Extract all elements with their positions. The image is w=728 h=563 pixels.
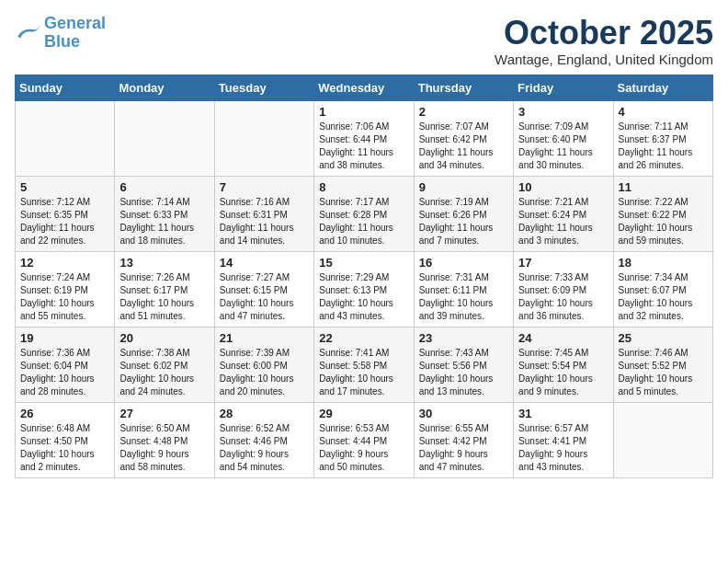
calendar-week-4: 19Sunrise: 7:36 AM Sunset: 6:04 PM Dayli…: [16, 327, 713, 402]
day-number: 8: [319, 180, 408, 194]
day-number: 5: [20, 180, 109, 194]
weekday-header-sunday: Sunday: [16, 75, 115, 100]
calendar-cell: 10Sunrise: 7:21 AM Sunset: 6:24 PM Dayli…: [514, 176, 613, 251]
day-number: 7: [220, 180, 309, 194]
weekday-header-monday: Monday: [115, 75, 214, 100]
day-info: Sunrise: 7:24 AM Sunset: 6:19 PM Dayligh…: [20, 271, 109, 323]
day-number: 31: [518, 407, 608, 420]
day-number: 27: [119, 407, 209, 420]
day-number: 9: [419, 180, 508, 194]
day-number: 3: [518, 105, 608, 119]
weekday-header-friday: Friday: [514, 75, 613, 100]
day-info: Sunrise: 7:41 AM Sunset: 5:58 PM Dayligh…: [319, 347, 408, 398]
day-number: 21: [220, 331, 309, 345]
calendar-cell: 27Sunrise: 6:50 AM Sunset: 4:48 PM Dayli…: [115, 402, 214, 477]
day-info: Sunrise: 7:09 AM Sunset: 6:40 PM Dayligh…: [518, 121, 608, 172]
day-info: Sunrise: 7:34 AM Sunset: 6:07 PM Dayligh…: [619, 271, 708, 323]
day-number: 22: [319, 331, 408, 345]
calendar-cell: 6Sunrise: 7:14 AM Sunset: 6:33 PM Daylig…: [115, 176, 214, 251]
day-number: 30: [419, 407, 508, 420]
calendar-week-2: 5Sunrise: 7:12 AM Sunset: 6:35 PM Daylig…: [16, 176, 713, 251]
calendar-cell: 18Sunrise: 7:34 AM Sunset: 6:07 PM Dayli…: [613, 251, 712, 327]
day-info: Sunrise: 7:19 AM Sunset: 6:26 PM Dayligh…: [419, 196, 508, 247]
day-info: Sunrise: 7:17 AM Sunset: 6:28 PM Dayligh…: [319, 196, 408, 247]
month-title: October 2025: [495, 15, 713, 52]
day-number: 28: [220, 407, 309, 420]
calendar-cell: 20Sunrise: 7:38 AM Sunset: 6:02 PM Dayli…: [115, 327, 214, 402]
calendar-cell: 22Sunrise: 7:41 AM Sunset: 5:58 PM Dayli…: [314, 327, 414, 402]
day-info: Sunrise: 6:52 AM Sunset: 4:46 PM Dayligh…: [220, 422, 309, 474]
day-info: Sunrise: 7:22 AM Sunset: 6:22 PM Dayligh…: [619, 196, 708, 247]
day-info: Sunrise: 7:39 AM Sunset: 6:00 PM Dayligh…: [220, 347, 309, 398]
calendar-cell: 8Sunrise: 7:17 AM Sunset: 6:28 PM Daylig…: [314, 176, 414, 251]
calendar-table: SundayMondayTuesdayWednesdayThursdayFrid…: [15, 75, 713, 478]
calendar-cell: 12Sunrise: 7:24 AM Sunset: 6:19 PM Dayli…: [16, 251, 115, 327]
calendar-cell: 9Sunrise: 7:19 AM Sunset: 6:26 PM Daylig…: [414, 176, 513, 251]
day-info: Sunrise: 6:53 AM Sunset: 4:44 PM Dayligh…: [319, 422, 408, 474]
calendar-cell: 30Sunrise: 6:55 AM Sunset: 4:42 PM Dayli…: [414, 402, 513, 477]
day-number: 15: [319, 256, 408, 270]
logo-icon: [15, 24, 40, 42]
calendar-cell: 26Sunrise: 6:48 AM Sunset: 4:50 PM Dayli…: [16, 402, 115, 477]
weekday-header-thursday: Thursday: [414, 75, 513, 100]
calendar-cell: 16Sunrise: 7:31 AM Sunset: 6:11 PM Dayli…: [414, 251, 513, 327]
calendar-cell: [613, 402, 712, 477]
calendar-cell: 4Sunrise: 7:11 AM Sunset: 6:37 PM Daylig…: [613, 100, 712, 176]
calendar-week-3: 12Sunrise: 7:24 AM Sunset: 6:19 PM Dayli…: [16, 251, 713, 327]
day-info: Sunrise: 7:07 AM Sunset: 6:42 PM Dayligh…: [419, 121, 508, 172]
day-info: Sunrise: 7:43 AM Sunset: 5:56 PM Dayligh…: [419, 347, 508, 398]
calendar-cell: [214, 100, 313, 176]
day-info: Sunrise: 7:06 AM Sunset: 6:44 PM Dayligh…: [319, 121, 408, 172]
calendar-cell: 17Sunrise: 7:33 AM Sunset: 6:09 PM Dayli…: [514, 251, 613, 327]
title-block: October 2025 Wantage, England, United Ki…: [495, 15, 713, 67]
day-number: 16: [419, 256, 508, 270]
calendar-cell: 11Sunrise: 7:22 AM Sunset: 6:22 PM Dayli…: [613, 176, 712, 251]
day-info: Sunrise: 7:26 AM Sunset: 6:17 PM Dayligh…: [119, 271, 209, 323]
calendar-cell: 31Sunrise: 6:57 AM Sunset: 4:41 PM Dayli…: [514, 402, 613, 477]
day-number: 19: [20, 331, 109, 345]
day-info: Sunrise: 7:33 AM Sunset: 6:09 PM Dayligh…: [518, 271, 608, 323]
calendar-cell: [115, 100, 214, 176]
calendar-cell: 7Sunrise: 7:16 AM Sunset: 6:31 PM Daylig…: [214, 176, 313, 251]
day-info: Sunrise: 7:36 AM Sunset: 6:04 PM Dayligh…: [20, 347, 109, 398]
day-number: 2: [419, 105, 508, 119]
calendar-cell: 29Sunrise: 6:53 AM Sunset: 4:44 PM Dayli…: [314, 402, 414, 477]
day-number: 4: [619, 105, 708, 119]
calendar-cell: 1Sunrise: 7:06 AM Sunset: 6:44 PM Daylig…: [314, 100, 414, 176]
calendar-cell: 19Sunrise: 7:36 AM Sunset: 6:04 PM Dayli…: [16, 327, 115, 402]
calendar-cell: 2Sunrise: 7:07 AM Sunset: 6:42 PM Daylig…: [414, 100, 513, 176]
day-number: 13: [119, 256, 209, 270]
calendar-week-1: 1Sunrise: 7:06 AM Sunset: 6:44 PM Daylig…: [16, 100, 713, 176]
day-info: Sunrise: 7:46 AM Sunset: 5:52 PM Dayligh…: [619, 347, 708, 398]
calendar-cell: 24Sunrise: 7:45 AM Sunset: 5:54 PM Dayli…: [514, 327, 613, 402]
day-number: 20: [119, 331, 209, 345]
day-info: Sunrise: 6:50 AM Sunset: 4:48 PM Dayligh…: [119, 422, 209, 474]
weekday-header-tuesday: Tuesday: [214, 75, 313, 100]
day-number: 18: [619, 256, 708, 270]
day-info: Sunrise: 7:14 AM Sunset: 6:33 PM Dayligh…: [119, 196, 209, 247]
calendar-cell: 13Sunrise: 7:26 AM Sunset: 6:17 PM Dayli…: [115, 251, 214, 327]
day-number: 17: [518, 256, 608, 270]
day-info: Sunrise: 6:48 AM Sunset: 4:50 PM Dayligh…: [20, 422, 109, 474]
calendar-cell: 15Sunrise: 7:29 AM Sunset: 6:13 PM Dayli…: [314, 251, 414, 327]
day-info: Sunrise: 7:45 AM Sunset: 5:54 PM Dayligh…: [518, 347, 608, 398]
calendar-cell: 23Sunrise: 7:43 AM Sunset: 5:56 PM Dayli…: [414, 327, 513, 402]
weekday-header-saturday: Saturday: [613, 75, 712, 100]
logo-text: General Blue: [44, 15, 106, 52]
calendar-cell: 25Sunrise: 7:46 AM Sunset: 5:52 PM Dayli…: [613, 327, 712, 402]
weekday-header-row: SundayMondayTuesdayWednesdayThursdayFrid…: [16, 75, 713, 100]
day-info: Sunrise: 7:12 AM Sunset: 6:35 PM Dayligh…: [20, 196, 109, 247]
day-info: Sunrise: 7:21 AM Sunset: 6:24 PM Dayligh…: [518, 196, 608, 247]
day-info: Sunrise: 7:38 AM Sunset: 6:02 PM Dayligh…: [119, 347, 209, 398]
day-number: 24: [518, 331, 608, 345]
calendar-cell: 14Sunrise: 7:27 AM Sunset: 6:15 PM Dayli…: [214, 251, 313, 327]
day-info: Sunrise: 7:29 AM Sunset: 6:13 PM Dayligh…: [319, 271, 408, 323]
weekday-header-wednesday: Wednesday: [314, 75, 414, 100]
logo: General Blue: [15, 15, 106, 52]
day-info: Sunrise: 7:16 AM Sunset: 6:31 PM Dayligh…: [220, 196, 309, 247]
day-number: 6: [119, 180, 209, 194]
calendar-cell: 28Sunrise: 6:52 AM Sunset: 4:46 PM Dayli…: [214, 402, 313, 477]
page-header: General Blue October 2025 Wantage, Engla…: [15, 15, 713, 67]
day-number: 11: [619, 180, 708, 194]
day-number: 29: [319, 407, 408, 420]
